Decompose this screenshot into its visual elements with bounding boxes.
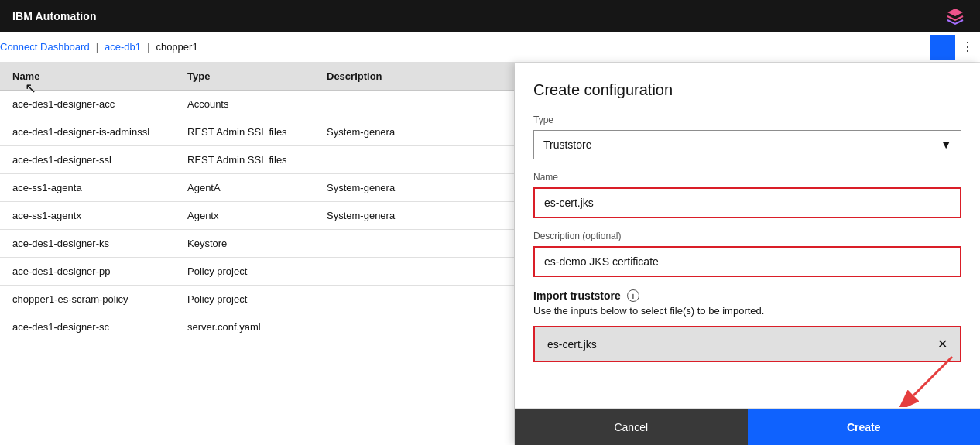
breadcrumb-connect-dashboard[interactable]: Connect Dashboard bbox=[0, 41, 90, 53]
cell-description bbox=[327, 293, 502, 305]
table-row[interactable]: ace-des1-designer-is-adminssl REST Admin… bbox=[0, 118, 514, 146]
configurations-table: ↖ Name Type Description ace-des1-designe… bbox=[0, 63, 515, 445]
table-row[interactable]: ace-des1-designer-ks Keystore bbox=[0, 230, 514, 258]
arrow-annotation bbox=[890, 353, 968, 407]
cell-description: System-genera bbox=[327, 182, 502, 193]
description-label: Description (optional) bbox=[533, 231, 961, 241]
cell-type: Agentx bbox=[187, 210, 327, 221]
file-input-text: es-cert.jks bbox=[547, 338, 597, 351]
svg-line-1 bbox=[913, 357, 952, 395]
cell-name: ace-ss1-agentx bbox=[12, 210, 187, 221]
table-row[interactable]: chopper1-es-scram-policy Policy project bbox=[0, 286, 514, 313]
description-input[interactable] bbox=[533, 246, 961, 277]
cell-type: Keystore bbox=[187, 238, 327, 249]
cell-name: ace-ss1-agenta bbox=[12, 182, 187, 193]
cell-type: server.conf.yaml bbox=[187, 321, 327, 333]
type-select-wrapper[interactable]: Truststore Keystore AgentA Agentx Accoun… bbox=[533, 130, 961, 159]
cell-type: REST Admin SSL files bbox=[187, 154, 327, 166]
cell-description bbox=[327, 154, 502, 166]
breadcrumb-nav: Connect Dashboard | ace-db1 | chopper1 ⋮ bbox=[0, 32, 980, 63]
col-header-name: Name bbox=[12, 70, 187, 82]
description-form-group: Description (optional) bbox=[533, 231, 961, 277]
type-label: Type bbox=[533, 115, 961, 125]
create-button[interactable]: Create bbox=[748, 409, 981, 445]
table-rows-container: ace-des1-designer-acc Accounts ace-des1-… bbox=[0, 91, 514, 341]
cell-name: ace-des1-designer-sc bbox=[12, 321, 187, 333]
type-select[interactable]: Truststore Keystore AgentA Agentx Accoun… bbox=[534, 131, 961, 159]
import-section-title: Import truststore i bbox=[533, 289, 961, 302]
cell-name: chopper1-es-scram-policy bbox=[12, 293, 187, 305]
cell-name: ace-des1-designer-acc bbox=[12, 98, 187, 110]
type-form-group: Type Truststore Keystore AgentA Agentx A… bbox=[533, 115, 961, 159]
breadcrumb-sep-1: | bbox=[96, 41, 98, 53]
cell-type: REST Admin SSL files bbox=[187, 126, 327, 138]
top-header: IBM Automation bbox=[0, 0, 980, 32]
file-close-button[interactable]: ✕ bbox=[937, 337, 947, 351]
breadcrumb-sep-2: | bbox=[147, 41, 149, 53]
cell-description bbox=[327, 238, 502, 249]
table-header: Name Type Description bbox=[0, 63, 514, 91]
cell-description bbox=[327, 321, 502, 333]
breadcrumb-blue-button[interactable] bbox=[930, 35, 955, 60]
create-configuration-panel: Create configuration Type Truststore Key… bbox=[515, 63, 980, 445]
breadcrumb-chopper1[interactable]: chopper1 bbox=[156, 41, 197, 53]
import-title-text: Import truststore bbox=[533, 289, 621, 302]
import-section: Import truststore i Use the inputs below… bbox=[533, 289, 961, 362]
cell-name: ace-des1-designer-pp bbox=[12, 265, 187, 277]
col-header-description: Description bbox=[327, 70, 502, 82]
cell-type: Policy project bbox=[187, 265, 327, 277]
cell-description: System-genera bbox=[327, 126, 502, 138]
name-form-group: Name bbox=[533, 172, 961, 218]
cell-name: ace-des1-designer-ks bbox=[12, 238, 187, 249]
cell-type: Accounts bbox=[187, 98, 327, 110]
cell-description bbox=[327, 265, 502, 277]
table-row[interactable]: ace-ss1-agentx Agentx System-genera bbox=[0, 202, 514, 230]
table-row[interactable]: ace-des1-designer-ssl REST Admin SSL fil… bbox=[0, 146, 514, 174]
name-input[interactable] bbox=[533, 187, 961, 218]
table-row[interactable]: ace-des1-designer-acc Accounts bbox=[0, 91, 514, 118]
breadcrumb-ace-db1[interactable]: ace-db1 bbox=[105, 41, 141, 53]
cell-description bbox=[327, 98, 502, 110]
table-row[interactable]: ace-des1-designer-sc server.conf.yaml bbox=[0, 313, 514, 341]
cancel-button[interactable]: Cancel bbox=[515, 409, 748, 445]
panel-body: Create configuration Type Truststore Key… bbox=[515, 63, 980, 408]
app-title: IBM Automation bbox=[12, 10, 97, 22]
cell-description: System-genera bbox=[327, 210, 502, 221]
cell-type: Policy project bbox=[187, 293, 327, 305]
breadcrumb-overflow-button[interactable]: ⋮ bbox=[955, 35, 980, 60]
name-label: Name bbox=[533, 172, 961, 183]
import-description: Use the inputs below to select file(s) t… bbox=[533, 305, 961, 317]
breadcrumb-actions: ⋮ bbox=[930, 35, 980, 60]
app-icon[interactable] bbox=[943, 4, 968, 29]
file-input-area: es-cert.jks ✕ bbox=[533, 326, 961, 362]
cell-name: ace-des1-designer-is-adminssl bbox=[12, 126, 187, 138]
panel-title: Create configuration bbox=[533, 81, 961, 99]
cell-type: AgentA bbox=[187, 182, 327, 193]
main-layout: ↖ Name Type Description ace-des1-designe… bbox=[0, 63, 980, 445]
col-header-type: Type bbox=[187, 70, 327, 82]
table-row[interactable]: ace-ss1-agenta AgentA System-genera bbox=[0, 174, 514, 202]
table-row[interactable]: ace-des1-designer-pp Policy project bbox=[0, 258, 514, 286]
cell-name: ace-des1-designer-ssl bbox=[12, 154, 187, 166]
panel-footer: Cancel Create bbox=[515, 408, 980, 445]
import-info-icon[interactable]: i bbox=[627, 289, 639, 302]
